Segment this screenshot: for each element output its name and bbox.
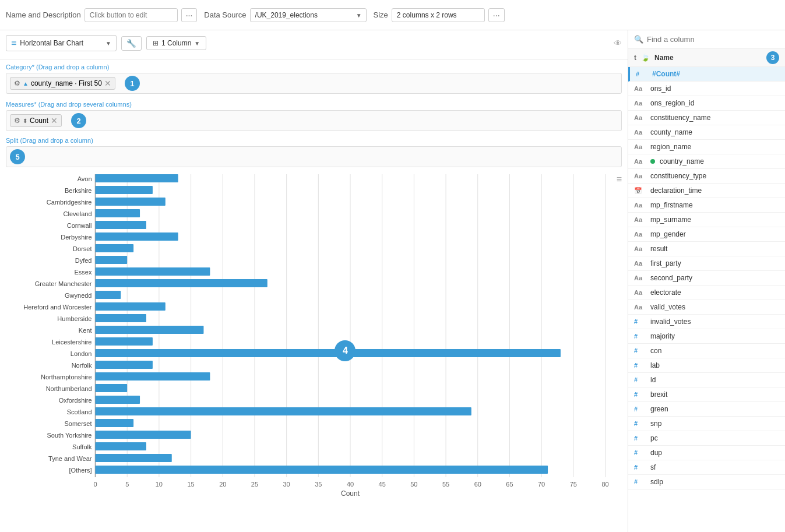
column-list-item[interactable]: #majority — [628, 329, 785, 344]
svg-text:65: 65 — [506, 481, 513, 488]
category-sort-icon: ▲ — [23, 80, 29, 87]
size-label: Size — [374, 10, 388, 19]
count-badge: 3 — [766, 51, 779, 64]
column-list-item[interactable]: #lab — [628, 358, 785, 373]
col-type-label: Aa — [634, 304, 646, 311]
column-list-item[interactable]: Aasecond_party — [628, 271, 785, 286]
column-list-item[interactable]: Aamp_gender — [628, 227, 785, 242]
svg-rect-54 — [96, 279, 267, 287]
column-list-item[interactable]: Aacountry_name — [628, 154, 785, 169]
svg-text:75: 75 — [570, 481, 577, 488]
svg-text:45: 45 — [379, 481, 386, 488]
column-list-item[interactable]: Aaelectorate — [628, 286, 785, 300]
svg-text:10: 10 — [156, 481, 163, 488]
wrench-button[interactable]: 🔧 — [121, 36, 142, 51]
col-type-label: Aa — [634, 216, 646, 223]
col-name-label: ons_id — [650, 84, 779, 93]
svg-text:Oxfordshire: Oxfordshire — [59, 397, 92, 404]
column-list-item[interactable]: #green — [628, 402, 785, 417]
col-type-label: # — [634, 376, 646, 383]
columns-arrow: ▼ — [194, 40, 200, 47]
datasource-section: Data Source /UK_2019_elections — [204, 8, 366, 22]
column-list-item[interactable]: Aacounty_name — [628, 125, 785, 140]
datasource-label: Data Source — [204, 10, 246, 19]
column-list-item[interactable]: #snp — [628, 417, 785, 431]
col-name-label: snp — [650, 420, 779, 428]
svg-text:Gwynedd: Gwynedd — [65, 292, 91, 299]
column-list-item[interactable]: Aaconstituency_name — [628, 111, 785, 125]
category-pill[interactable]: ⚙ ▲ county_name · First 50 ✕ — [10, 77, 115, 90]
col-type-label: # — [634, 318, 646, 325]
svg-text:70: 70 — [538, 481, 545, 488]
column-list-item[interactable]: ##Count# — [628, 67, 785, 82]
column-list-item[interactable]: Aaconstituency_type — [628, 169, 785, 184]
col-type-label: Aa — [634, 85, 646, 92]
column-list-item[interactable]: #pc — [628, 431, 785, 446]
col-name-label: majority — [650, 332, 779, 340]
datasource-select[interactable]: /UK_2019_elections — [250, 8, 367, 22]
column-list: ##Count#Aaons_idAaons_region_idAaconstit… — [628, 67, 785, 532]
col-name-label: result — [650, 245, 779, 253]
column-list-item[interactable]: #brexit — [628, 387, 785, 402]
col-name-label: constituency_name — [650, 114, 779, 122]
svg-rect-66 — [96, 349, 561, 357]
svg-rect-78 — [96, 419, 134, 427]
measures-pill[interactable]: ⚙ ⬍ Count ✕ — [10, 114, 62, 127]
search-input[interactable] — [647, 35, 779, 44]
svg-rect-58 — [96, 302, 166, 311]
col-type-label: # — [634, 406, 646, 413]
col-type-label: # — [634, 362, 646, 369]
split-drag-area[interactable]: 5 — [6, 146, 622, 167]
svg-text:Dyfed: Dyfed — [75, 257, 92, 264]
size-dots-button[interactable]: ··· — [488, 8, 505, 22]
measures-delete-icon[interactable]: ✕ — [51, 116, 58, 125]
column-list-item[interactable]: Aaresult — [628, 242, 785, 256]
grid-icon: ⊞ — [153, 39, 159, 47]
svg-text:Suffolk: Suffolk — [72, 443, 92, 450]
svg-text:Norfolk: Norfolk — [72, 362, 92, 369]
column-list-item[interactable]: #invalid_votes — [628, 315, 785, 329]
category-pill-label: county_name · First 50 — [31, 79, 102, 87]
chart-type-arrow: ▼ — [105, 40, 111, 47]
measures-gear-icon[interactable]: ⚙ — [14, 117, 20, 125]
column-list-item[interactable]: Aaons_id — [628, 82, 785, 96]
datasource-select-wrapper[interactable]: /UK_2019_elections — [250, 8, 367, 22]
column-list-item[interactable]: 📅declaration_time — [628, 184, 785, 198]
name-dots-button[interactable]: ··· — [181, 8, 198, 22]
column-list-item[interactable]: #ld — [628, 373, 785, 387]
svg-text:50: 50 — [410, 481, 417, 488]
col-name-label: sdlp — [650, 478, 779, 486]
column-list-item[interactable]: Aamp_firstname — [628, 198, 785, 213]
columns-button[interactable]: ⊞ 1 Column ▼ — [146, 36, 206, 50]
measures-drag-area[interactable]: ⚙ ⬍ Count ✕ 2 — [6, 110, 622, 131]
col-name-label: constituency_type — [650, 172, 779, 180]
column-list-item[interactable]: Aaregion_name — [628, 140, 785, 154]
size-input — [392, 8, 485, 22]
name-label: Name and Description — [6, 10, 81, 19]
eye-icon[interactable]: 👁 — [614, 38, 622, 48]
column-list-item[interactable]: Aaons_region_id — [628, 96, 785, 111]
col-name-label: lab — [650, 361, 779, 369]
col-type-label: 📅 — [634, 187, 646, 195]
chart-type-selector[interactable]: ≡ Horizontal Bar Chart ▼ — [6, 35, 117, 51]
column-list-item[interactable]: Aafirst_party — [628, 256, 785, 271]
svg-text:25: 25 — [251, 481, 258, 488]
chart-menu-icon[interactable]: ≡ — [617, 174, 622, 185]
svg-text:Scotland: Scotland — [67, 408, 92, 415]
column-list-item[interactable]: #sf — [628, 460, 785, 475]
column-list-item[interactable]: #con — [628, 344, 785, 358]
col-type-label: Aa — [634, 245, 646, 252]
category-gear-icon[interactable]: ⚙ — [14, 79, 20, 87]
column-list-item[interactable]: Aavalid_votes — [628, 300, 785, 315]
category-drag-area[interactable]: ⚙ ▲ county_name · First 50 ✕ 1 — [6, 73, 622, 94]
column-list-item[interactable]: #sdlp — [628, 475, 785, 489]
category-delete-icon[interactable]: ✕ — [104, 79, 111, 88]
column-list-item[interactable]: #dup — [628, 446, 785, 460]
svg-rect-50 — [96, 256, 128, 264]
name-section: Name and Description ··· — [6, 8, 197, 22]
column-list-item[interactable]: Aamp_surname — [628, 213, 785, 227]
svg-text:20: 20 — [219, 481, 226, 488]
col-name-label: electorate — [650, 288, 779, 297]
name-input[interactable] — [85, 8, 178, 22]
svg-rect-64 — [96, 337, 153, 346]
